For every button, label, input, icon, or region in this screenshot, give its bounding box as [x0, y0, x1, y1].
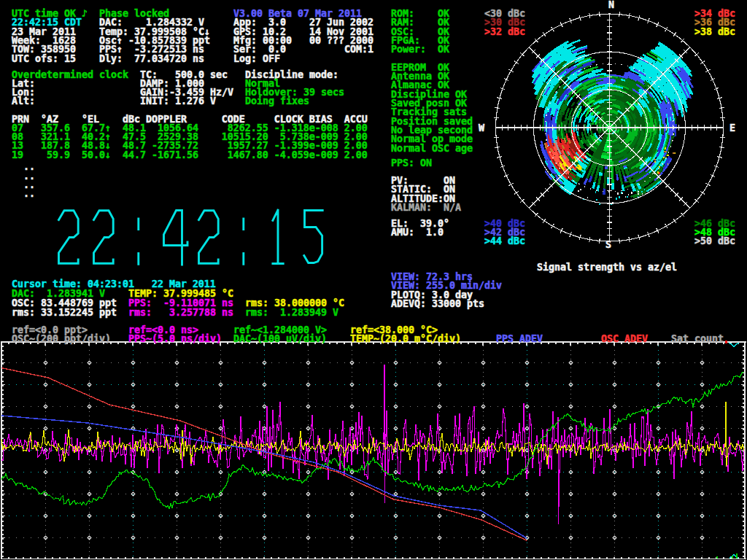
rms-osc: rms: 33.152245 ppt — [12, 308, 117, 317]
adev-queue: ADEVQ: 33000 pts — [391, 300, 484, 308]
lady-heather-screen: UTC time OK ♪ 22:42:15 CDT 23 Mar 2011 W… — [0, 0, 747, 560]
scale-dac: DAC~(100 uV/div) — [233, 335, 327, 343]
compass-e: E — [729, 124, 735, 133]
label-osc-adev: OSC ADEV — [601, 335, 648, 343]
label-pps-adev: PPS ADEV — [496, 335, 543, 343]
rms-pps: rms: 3.257788 ns — [128, 308, 233, 317]
legend-gt50: >50 dBc — [694, 237, 735, 246]
cable-delay: Dly: 77.034720 ns — [99, 55, 204, 63]
init-value: INIT: 1.276 V — [140, 97, 216, 106]
label-sat-count: Sat count — [671, 335, 724, 343]
compass-w: W — [479, 124, 484, 133]
legend-gt44: >44 dBc — [484, 237, 525, 246]
status-power: Power: OK — [391, 45, 449, 54]
scale-osc: OSC~(200 ppt/div) — [12, 335, 111, 343]
log-state: Log: OFF — [233, 55, 280, 63]
pps-state: PPS: ON — [391, 159, 432, 168]
alt-label: Alt: — [12, 97, 35, 106]
scale-temp: TEMP~(20.0 m°C/div) — [350, 335, 461, 343]
legend-gt38: >38 dBc — [694, 28, 735, 36]
fix-kalman: KALMAN: N/A — [391, 203, 461, 212]
polar-title: Signal strength vs az/el — [537, 263, 677, 272]
rms-dac: rms: 1.283949 V — [245, 308, 338, 317]
sat-row-empty-3: .. — [23, 190, 35, 198]
sat-amu: AMU: 1.0 — [391, 228, 444, 237]
health-oscage: Normal OSC age — [391, 144, 473, 153]
compass-s: S — [605, 241, 611, 249]
clock-digits — [59, 210, 323, 265]
scale-pps: PPS~(5.0 ns/div) — [128, 335, 222, 343]
sat-row-19: 19 59.9 50.0↓ 44.7 -1671.56 1467.80 -4.0… — [12, 151, 368, 160]
utc-offset: UTC ofs: 15 — [12, 55, 76, 63]
mode-fixes: Doing fixes — [245, 97, 309, 106]
compass-n: N — [608, 1, 614, 9]
legend-gt32: >32 dBc — [484, 28, 525, 36]
